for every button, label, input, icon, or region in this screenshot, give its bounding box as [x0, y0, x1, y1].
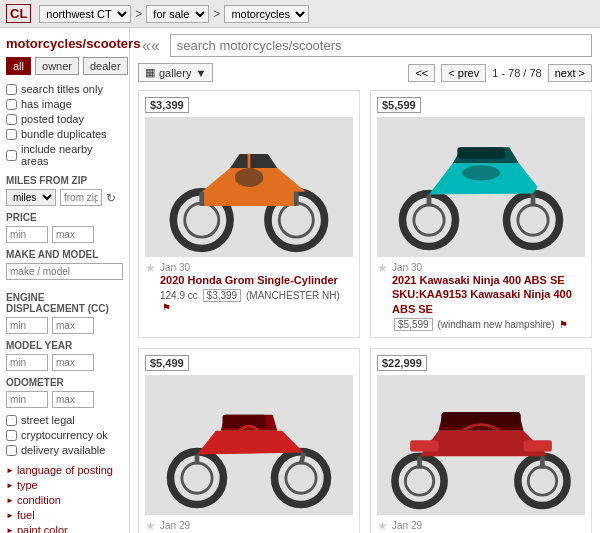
- checkbox-bundle-label: bundle duplicates: [21, 128, 107, 140]
- gallery-label: gallery: [159, 67, 191, 79]
- model-year-row: [6, 354, 123, 371]
- location-select[interactable]: northwest CT: [39, 5, 131, 23]
- star-icon-2: ★: [377, 261, 388, 275]
- checkbox-search-titles-label: search titles only: [21, 83, 103, 95]
- gallery-dropdown-icon: ▼: [195, 67, 206, 79]
- filter-tabs: all owner dealer: [6, 57, 123, 75]
- svg-point-7: [414, 205, 444, 235]
- svg-point-2: [185, 203, 219, 237]
- listing-date-2: Jan 30: [392, 262, 422, 273]
- listing-card-4[interactable]: $22,999: [370, 348, 592, 533]
- checkbox-posted-today-label: posted today: [21, 113, 84, 125]
- price-max-input[interactable]: [52, 226, 94, 243]
- collapsible-condition[interactable]: ► condition: [6, 494, 123, 506]
- odometer-max-input[interactable]: [52, 391, 94, 408]
- refresh-icon[interactable]: ↻: [106, 191, 116, 205]
- listing-spec-price-1: $3,399: [203, 289, 242, 302]
- next-button[interactable]: next >: [548, 64, 592, 82]
- engine-max-input[interactable]: [52, 317, 94, 334]
- extra-checkboxes: street legal cryptocurrency ok delivery …: [6, 414, 123, 456]
- listing-meta-1: ★ Jan 30 2020 Honda Grom Single-Cylinder…: [145, 261, 353, 313]
- listing-card-2[interactable]: $5,599 ★: [370, 90, 592, 338]
- sidebar-title: motorcycles/scooters: [6, 36, 123, 51]
- pagination: << < prev 1 - 78 / 78 next >: [408, 64, 592, 82]
- price-tag-4: $22,999: [377, 355, 427, 371]
- collapsible-type[interactable]: ► type: [6, 479, 123, 491]
- cl-logo: CL: [6, 4, 31, 23]
- price-tag-1: $3,399: [145, 97, 189, 113]
- listing-cc-1: 124.9 cc: [160, 290, 198, 301]
- checkbox-bundle-input[interactable]: [6, 129, 17, 140]
- listing-image-3: [145, 375, 353, 515]
- checkbox-nearby: include nearby areas: [6, 143, 123, 167]
- year-min-input[interactable]: [6, 354, 48, 371]
- miles-unit-select[interactable]: miles km: [6, 189, 56, 206]
- svg-rect-22: [410, 440, 438, 451]
- checkbox-search-titles-input[interactable]: [6, 84, 17, 95]
- listing-date-3: Jan 29: [160, 520, 190, 531]
- price-row: [6, 226, 123, 243]
- checkbox-has-image-label: has image: [21, 98, 72, 110]
- search-bar: ««: [138, 34, 592, 57]
- svg-rect-9: [457, 147, 504, 158]
- listing-location-2: (windham new hampshire): [437, 319, 554, 330]
- double-prev-button[interactable]: <<: [408, 64, 435, 82]
- top-bar: CL northwest CT > for sale > motorcycles: [0, 0, 600, 28]
- checkbox-has-image-input[interactable]: [6, 99, 17, 110]
- svg-rect-21: [524, 440, 552, 451]
- sidebar: motorcycles/scooters all owner dealer se…: [0, 28, 130, 533]
- tab-dealer[interactable]: dealer: [83, 57, 128, 75]
- collapsible-fuel[interactable]: ► fuel: [6, 509, 123, 521]
- star-icon-1: ★: [145, 261, 156, 275]
- engine-row: [6, 317, 123, 334]
- odometer-min-input[interactable]: [6, 391, 48, 408]
- checkbox-posted-today: posted today: [6, 113, 123, 125]
- listing-title-2[interactable]: 2021 Kawasaki Ninja 400 ABS SE SKU:KAA91…: [392, 273, 585, 316]
- collapsible-type-label: type: [17, 479, 38, 491]
- flag-icon-2: ⚑: [559, 319, 568, 330]
- make-model-input[interactable]: [6, 263, 123, 280]
- listing-meta-2: ★ Jan 30 2021 Kawasaki Ninja 400 ABS SE …: [377, 261, 585, 331]
- svg-point-4: [235, 168, 263, 187]
- checkbox-delivery-input[interactable]: [6, 445, 17, 456]
- listing-card-3[interactable]: $5,499 ★: [138, 348, 360, 533]
- category-select[interactable]: for sale: [146, 5, 209, 23]
- triangle-icon-4: ►: [6, 511, 14, 520]
- checkbox-delivery: delivery available: [6, 444, 123, 456]
- checkbox-delivery-label: delivery available: [21, 444, 105, 456]
- listing-image-4: [377, 375, 585, 515]
- checkbox-street-legal: street legal: [6, 414, 123, 426]
- svg-point-14: [286, 463, 316, 493]
- svg-point-18: [405, 467, 433, 495]
- prev-button[interactable]: < prev: [441, 64, 486, 82]
- year-max-input[interactable]: [52, 354, 94, 371]
- checkbox-crypto-input[interactable]: [6, 430, 17, 441]
- triangle-icon-5: ►: [6, 526, 14, 534]
- tab-all[interactable]: all: [6, 57, 31, 75]
- triangle-icon-2: ►: [6, 481, 14, 490]
- listing-meta-3: ★ Jan 29 2014 Honda CTX 700N Parallel Tw…: [145, 519, 353, 533]
- listing-card-1[interactable]: $3,399 ★: [138, 90, 360, 338]
- svg-point-13: [182, 463, 212, 493]
- collapsible-links: ► language of posting ► type ► condition…: [6, 464, 123, 533]
- flag-icon-1: ⚑: [162, 302, 171, 313]
- arrow-icon-2: >: [213, 7, 220, 21]
- checkbox-street-legal-input[interactable]: [6, 415, 17, 426]
- view-controls: ▦ gallery ▼ << < prev 1 - 78 / 78 next >: [138, 63, 592, 82]
- subcategory-select[interactable]: motorcycles: [224, 5, 309, 23]
- collapsible-paint-color[interactable]: ► paint color: [6, 524, 123, 533]
- collapsible-language[interactable]: ► language of posting: [6, 464, 123, 476]
- tab-owner[interactable]: owner: [35, 57, 79, 75]
- engine-min-input[interactable]: [6, 317, 48, 334]
- listing-specs-1: 124.9 cc $3,399 (MANCHESTER NH) ⚑: [160, 289, 353, 313]
- price-tag-2: $5,599: [377, 97, 421, 113]
- zip-input[interactable]: [60, 189, 102, 206]
- listing-title-1[interactable]: 2020 Honda Grom Single-Cylinder: [160, 273, 353, 287]
- checkbox-nearby-input[interactable]: [6, 150, 17, 161]
- checkbox-posted-today-input[interactable]: [6, 114, 17, 125]
- arrow-icon: >: [135, 7, 142, 21]
- gallery-button[interactable]: ▦ gallery ▼: [138, 63, 213, 82]
- price-min-input[interactable]: [6, 226, 48, 243]
- collapse-sidebar-button[interactable]: ««: [138, 37, 164, 55]
- search-input[interactable]: [170, 34, 592, 57]
